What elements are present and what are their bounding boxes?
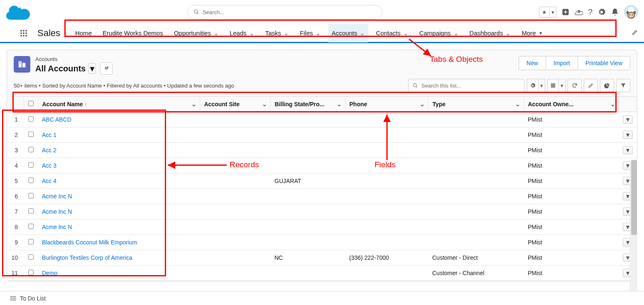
todo-list-button[interactable]: To Do List: [20, 295, 46, 302]
global-search[interactable]: Search...: [187, 5, 382, 19]
row-actions-button[interactable]: ▼: [623, 131, 633, 139]
salesforce-help[interactable]: [575, 8, 583, 16]
chevron-down-icon[interactable]: ▼: [539, 31, 543, 36]
new-button[interactable]: New: [519, 56, 546, 70]
app-launcher-icon[interactable]: [20, 29, 27, 37]
row-checkbox[interactable]: [28, 178, 34, 183]
nav-tab-home[interactable]: Home: [72, 24, 95, 42]
chevron-down-icon[interactable]: ⌄: [284, 29, 289, 37]
nav-tab-more[interactable]: More▼: [518, 24, 546, 42]
chevron-down-icon[interactable]: ⌄: [505, 29, 511, 37]
col-account-name[interactable]: Account Name↑⌄: [38, 97, 200, 112]
chevron-down-icon[interactable]: ⌄: [610, 101, 615, 107]
svg-point-17: [25, 35, 27, 37]
chevron-down-icon[interactable]: ⌄: [403, 29, 409, 37]
printable-view-button[interactable]: Printable View: [578, 56, 630, 70]
refresh-button[interactable]: [568, 79, 582, 92]
cell-type: [428, 143, 524, 158]
col-actions: [619, 97, 637, 112]
row-checkbox[interactable]: [28, 239, 34, 244]
account-name-link[interactable]: Acme Inc N: [42, 224, 72, 230]
edit-nav-button[interactable]: [632, 29, 638, 37]
list-controls-button[interactable]: ▾: [527, 79, 545, 92]
nav-tab-leads[interactable]: Leads⌄: [226, 24, 258, 42]
table-row: 9Blackbeards Coconut Milk EmporiumPMist▼: [7, 235, 637, 250]
import-button[interactable]: Import: [546, 56, 578, 70]
add-button[interactable]: [561, 8, 570, 16]
chevron-down-icon[interactable]: ⌄: [420, 101, 425, 107]
account-name-link[interactable]: Acc 2: [42, 147, 56, 154]
col-type[interactable]: Type⌄: [428, 97, 524, 112]
row-checkbox[interactable]: [28, 147, 34, 152]
row-checkbox[interactable]: [28, 132, 34, 137]
svg-point-11: [25, 30, 27, 32]
nav-tab-dashboards[interactable]: Dashboards⌄: [466, 24, 514, 42]
nav-tab-contacts[interactable]: Contacts⌄: [372, 24, 411, 42]
setup-button[interactable]: [597, 8, 606, 16]
col-checkbox[interactable]: [24, 97, 38, 112]
bell-icon: [611, 8, 619, 16]
svg-rect-22: [20, 63, 20, 64]
nav-tab-erudite-works-demos[interactable]: Erudite Works Demos: [99, 24, 167, 42]
cell-type: [428, 127, 524, 143]
nav-tab-opportunities[interactable]: Opportunities⌄: [171, 24, 222, 42]
nav-tab-campaigns[interactable]: Campaigns⌄: [416, 24, 462, 42]
chevron-down-icon[interactable]: ⌄: [316, 29, 321, 37]
nav-tab-files[interactable]: Files⌄: [296, 24, 324, 42]
account-name-link[interactable]: ABC ABCD: [42, 116, 71, 123]
chevron-down-icon[interactable]: ⌄: [249, 29, 255, 37]
account-name-link[interactable]: Blackbeards Coconut Milk Emporium: [42, 239, 137, 246]
display-as-button[interactable]: ▾: [547, 79, 566, 92]
cell-state: [270, 220, 345, 235]
table-row: 6Acme Inc NPMist▼: [7, 189, 637, 204]
account-name-link[interactable]: Acme Inc N: [42, 208, 72, 215]
chart-button[interactable]: [600, 79, 614, 92]
row-actions-button[interactable]: ▼: [623, 115, 633, 124]
list-view-name[interactable]: All Accounts ▾: [35, 62, 113, 75]
nav-tab-tasks[interactable]: Tasks⌄: [262, 24, 292, 42]
row-number: 9: [7, 235, 24, 250]
col-owner[interactable]: Account Owne...⌄: [524, 97, 619, 112]
chevron-down-icon[interactable]: ⌄: [360, 29, 365, 37]
list-search-input[interactable]: Search this list...: [408, 79, 524, 92]
pin-button[interactable]: [100, 62, 113, 75]
account-name-link[interactable]: Acc 1: [42, 132, 56, 138]
inline-edit-button[interactable]: [584, 79, 598, 92]
row-checkbox[interactable]: [28, 208, 34, 214]
favorites-button[interactable]: ★ ▾: [539, 7, 556, 17]
cell-state: GUJARAT: [270, 173, 345, 189]
chevron-down-icon[interactable]: ⌄: [262, 101, 267, 107]
account-name-link[interactable]: Acme Inc N: [42, 193, 72, 200]
col-account-site[interactable]: Account Site⌄: [200, 97, 270, 112]
notifications-button[interactable]: [611, 8, 619, 16]
account-name-link[interactable]: Demo: [42, 270, 57, 276]
account-name-link[interactable]: Acc 4: [42, 178, 56, 184]
row-actions-button[interactable]: ▼: [623, 146, 633, 154]
account-name-link[interactable]: Burlington Textiles Corp of America: [42, 254, 132, 261]
vertical-scrollbar[interactable]: [630, 159, 637, 305]
row-checkbox[interactable]: [28, 193, 34, 198]
row-checkbox[interactable]: [28, 270, 34, 275]
row-checkbox[interactable]: [28, 224, 34, 229]
chevron-down-icon[interactable]: ⌄: [515, 101, 520, 107]
row-checkbox[interactable]: [28, 254, 34, 260]
col-billing-state[interactable]: Billing State/Pro...⌄: [270, 97, 345, 112]
col-phone[interactable]: Phone⌄: [345, 97, 428, 112]
row-number: 10: [7, 250, 24, 266]
user-avatar[interactable]: [624, 5, 638, 19]
svg-point-8: [632, 14, 633, 15]
cell-phone: [345, 189, 428, 204]
filter-button[interactable]: [616, 79, 630, 92]
help-button[interactable]: ?: [588, 7, 593, 17]
chevron-down-icon[interactable]: ⌄: [213, 29, 219, 37]
cell-site: [200, 220, 270, 235]
chevron-down-icon[interactable]: ⌄: [337, 101, 342, 107]
account-name-link[interactable]: Acc 3: [42, 162, 56, 169]
chevron-down-icon[interactable]: ⌄: [453, 29, 459, 37]
nav-tab-accounts[interactable]: Accounts⌄: [328, 24, 369, 42]
row-checkbox[interactable]: [28, 116, 34, 122]
cell-state: [270, 204, 345, 220]
row-checkbox[interactable]: [28, 162, 34, 168]
select-all-checkbox[interactable]: [28, 101, 34, 106]
chevron-down-icon[interactable]: ⌄: [191, 101, 196, 107]
